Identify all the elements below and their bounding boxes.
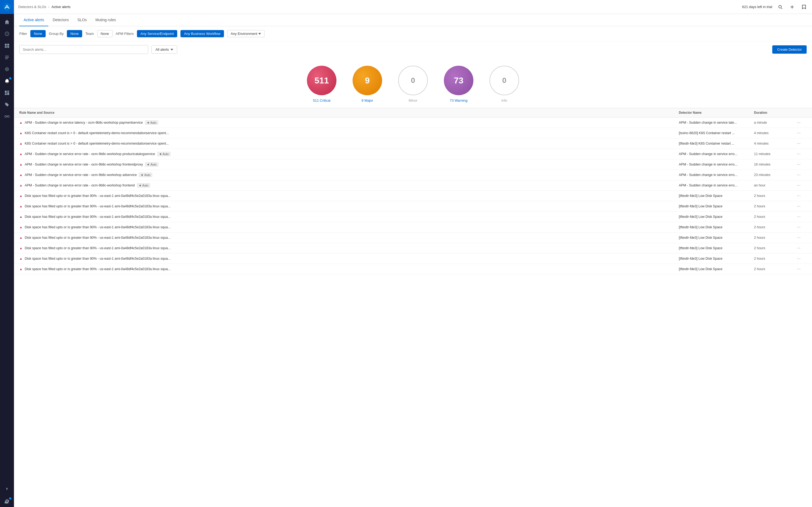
more-actions-button[interactable]: ··· <box>797 256 807 261</box>
table-row[interactable]: ▲ APM - Sudden change in service error r… <box>14 149 812 159</box>
team-none-button[interactable]: None <box>97 30 112 37</box>
tab-slos[interactable]: SLOs <box>73 14 91 26</box>
service-endpoint-button[interactable]: Any Service/Endpoint <box>137 30 177 37</box>
more-actions-button[interactable]: ··· <box>797 225 807 230</box>
sidebar-item-dashboards[interactable] <box>1 88 13 98</box>
col-actions <box>797 111 807 115</box>
search-input[interactable] <box>19 45 148 54</box>
table-row[interactable]: ▲ K8S Container restart count is > 0 - d… <box>14 138 812 149</box>
info-alert-circle[interactable]: 0 Info <box>490 66 519 103</box>
table-row[interactable]: ▲ Disk space has filled upto or is great… <box>14 191 812 201</box>
more-actions-button[interactable]: ··· <box>797 246 807 250</box>
bookmark-icon[interactable] <box>800 3 808 11</box>
sidebar-item-apm[interactable] <box>1 29 13 39</box>
table-header: Rule Name and Source Detector Name Durat… <box>14 108 812 117</box>
warning-triangle-icon: ▲ <box>19 236 22 239</box>
rule-name-cell: ▲ APM - Sudden change in service latency… <box>19 120 679 125</box>
table-row[interactable]: ▲ Disk space has filled upto or is great… <box>14 233 812 243</box>
sidebar-item-logs[interactable] <box>1 52 13 63</box>
svg-point-0 <box>3 3 11 11</box>
more-actions-button[interactable]: ··· <box>797 152 807 156</box>
tab-active-alerts[interactable]: Active alerts <box>19 14 48 26</box>
sidebar-collapse-button[interactable] <box>1 484 13 494</box>
critical-alert-circle[interactable]: 511 511 Critical <box>307 66 337 103</box>
duration-cell: 2 hours <box>754 267 797 271</box>
warning-alert-circle[interactable]: 73 73 Warning <box>444 66 473 103</box>
warning-triangle-icon: ▲ <box>19 183 22 187</box>
tab-muting-rules[interactable]: Muting rules <box>91 14 120 26</box>
rule-name-cell: ▲ Disk space has filled upto or is great… <box>19 257 679 261</box>
major-alert-circle[interactable]: 9 9 Major <box>353 66 382 103</box>
sidebar-item-synthetics[interactable] <box>1 64 13 74</box>
more-actions-button[interactable]: ··· <box>797 267 807 272</box>
tab-detectors[interactable]: Detectors <box>48 14 73 26</box>
table-row[interactable]: ▲ Disk space has filled upto or is great… <box>14 253 812 264</box>
table-row[interactable]: ▲ APM - Sudden change in service error r… <box>14 170 812 180</box>
topbar-actions: 621 days left in trial <box>742 3 808 11</box>
svg-rect-15 <box>5 116 6 117</box>
minor-label: Minor <box>409 99 417 103</box>
duration-cell: 11 minutes <box>754 152 797 156</box>
col-rule-name: Rule Name and Source <box>19 111 679 115</box>
create-detector-button[interactable]: Create Detector <box>772 45 807 54</box>
search-icon[interactable] <box>776 3 784 11</box>
table-row[interactable]: ▲ K8S Container restart count is > 0 - d… <box>14 128 812 138</box>
business-workflow-button[interactable]: Any Business Workflow <box>181 30 224 37</box>
svg-rect-16 <box>7 116 9 117</box>
info-label: Info <box>501 99 507 103</box>
duration-cell: 4 minutes <box>754 142 797 146</box>
more-actions-button[interactable]: ··· <box>797 193 807 198</box>
rule-name-cell: ▲ APM - Sudden change in service error r… <box>19 162 679 167</box>
minor-count: 0 <box>398 66 428 95</box>
more-actions-button[interactable]: ··· <box>797 172 807 177</box>
sidebar-item-home[interactable] <box>1 17 13 27</box>
duration-cell: 2 hours <box>754 246 797 250</box>
sidebar <box>0 0 14 507</box>
table-row[interactable]: ▲ Disk space has filled upto or is great… <box>14 264 812 274</box>
warning-triangle-icon: ▲ <box>19 142 22 146</box>
duration-cell: 2 hours <box>754 257 797 261</box>
search-area: All alerts Create Detector <box>14 41 812 58</box>
table-row[interactable]: ▲ Disk space has filled upto or is great… <box>14 243 812 253</box>
more-actions-button[interactable]: ··· <box>797 214 807 219</box>
table-row[interactable]: ▲ APM - Sudden change in service latency… <box>14 117 812 128</box>
sidebar-item-infrastructure[interactable] <box>1 40 13 51</box>
sidebar-item-settings[interactable] <box>1 496 13 506</box>
detector-name-cell: APM - Sudden change in service erro... <box>679 152 754 156</box>
environment-button[interactable]: Any Environment <box>227 30 264 37</box>
svg-rect-3 <box>7 44 9 46</box>
group-by-none-button[interactable]: None <box>67 30 82 37</box>
duration-cell: 4 minutes <box>754 131 797 135</box>
table-row[interactable]: ▲ Disk space has filled upto or is great… <box>14 212 812 222</box>
more-actions-button[interactable]: ··· <box>797 162 807 167</box>
more-actions-button[interactable]: ··· <box>797 131 807 135</box>
sidebar-item-integrations[interactable] <box>1 111 13 122</box>
sidebar-item-alerts[interactable] <box>1 76 13 87</box>
svg-rect-2 <box>5 44 7 46</box>
apm-filters-label: APM Filters <box>116 32 134 36</box>
warning-triangle-icon: ▲ <box>19 152 22 156</box>
sidebar-item-tags[interactable] <box>1 99 13 110</box>
minor-alert-circle[interactable]: 0 Minor <box>398 66 428 103</box>
filter-none-button[interactable]: None <box>30 30 46 37</box>
app-logo[interactable] <box>0 0 14 14</box>
table-row[interactable]: ▲ Disk space has filled upto or is great… <box>14 222 812 233</box>
table-row[interactable]: ▲ APM - Sudden change in service error r… <box>14 180 812 191</box>
all-alerts-button[interactable]: All alerts <box>151 45 177 54</box>
duration-cell: 2 hours <box>754 225 797 229</box>
rule-name-cell: ▲ Disk space has filled upto or is great… <box>19 267 679 271</box>
more-actions-button[interactable]: ··· <box>797 183 807 188</box>
table-row[interactable]: ▲ APM - Sudden change in service error r… <box>14 159 812 170</box>
warning-triangle-icon: ▲ <box>19 173 22 177</box>
detector-name-cell: [tftestlr-fde3] Low Disk Space <box>679 215 754 219</box>
filters-bar: Filter None Group By None Team None APM … <box>14 26 812 41</box>
warning-triangle-icon: ▲ <box>19 163 22 166</box>
more-actions-button[interactable]: ··· <box>797 141 807 146</box>
svg-rect-5 <box>7 46 9 48</box>
more-actions-button[interactable]: ··· <box>797 204 807 209</box>
add-icon[interactable] <box>789 3 796 11</box>
warning-label: 73 Warning <box>450 99 467 103</box>
more-actions-button[interactable]: ··· <box>797 235 807 240</box>
more-actions-button[interactable]: ··· <box>797 120 807 125</box>
table-row[interactable]: ▲ Disk space has filled upto or is great… <box>14 201 812 212</box>
